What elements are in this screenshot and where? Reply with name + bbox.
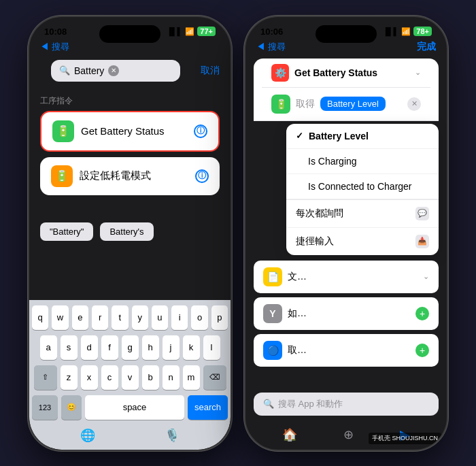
right-phone: 10:06 ▐▌▌ 📶 78+ ◀ 搜尋 完成 ⚙️ Get Battery S… xyxy=(244,16,448,451)
next-icon-1: 📄 xyxy=(263,267,282,286)
bottom-search-bar[interactable]: 🔍 搜尋 App 和動作 xyxy=(254,393,439,416)
key-h[interactable]: h xyxy=(142,335,159,360)
key-f[interactable]: f xyxy=(101,335,118,360)
next-icon-2: Y xyxy=(263,304,282,323)
cancel-button[interactable]: 取消 xyxy=(201,65,220,77)
action-label: 取得 xyxy=(296,98,315,110)
result-icon-1: 🔋 xyxy=(52,120,74,142)
next-row-3[interactable]: 🔵 取… + xyxy=(254,334,439,367)
globe-icon[interactable]: 🌐 xyxy=(80,428,95,443)
key-i[interactable]: i xyxy=(171,305,188,330)
key-r[interactable]: r xyxy=(92,305,108,330)
key-t[interactable]: t xyxy=(112,305,128,330)
time-left: 10:08 xyxy=(44,27,67,37)
dropdown-section-item-0[interactable]: 每次都詢問 💬 xyxy=(286,200,439,228)
result-label-2: 設定低耗電模式 xyxy=(80,169,188,182)
key-u[interactable]: u xyxy=(152,305,168,330)
next-label-3: 取… xyxy=(288,344,307,356)
key-c[interactable]: c xyxy=(101,365,118,390)
key-a[interactable]: a xyxy=(40,335,57,360)
key-j[interactable]: j xyxy=(163,335,180,360)
dropdown-item-2[interactable]: Is Connected to Charger xyxy=(286,174,439,199)
key-n[interactable]: n xyxy=(163,365,180,390)
next-label-2: 如… xyxy=(288,307,307,320)
search-row: 🔍 Battery ✕ 取消 xyxy=(40,56,220,86)
search-clear-button[interactable]: ✕ xyxy=(108,65,119,76)
next-icon-3: 🔵 xyxy=(263,341,282,360)
key-backspace[interactable]: ⌫ xyxy=(203,365,226,390)
battery-left: 77+ xyxy=(197,27,216,36)
bottom-search-placeholder: 搜尋 App 和動作 xyxy=(278,398,343,410)
battery-right: 78+ xyxy=(413,27,432,36)
key-b[interactable]: b xyxy=(142,365,159,390)
dropdown-item-1[interactable]: Is Charging xyxy=(286,149,439,174)
keyboard-row-2: a s d f g h j k l xyxy=(32,335,228,360)
key-x[interactable]: x xyxy=(81,365,98,390)
action-block: 🔋 取得 Battery Level ✕ xyxy=(262,88,430,120)
action-close-button[interactable]: ✕ xyxy=(407,97,421,111)
dropdown-item-label-2: Is Connected to Charger xyxy=(308,181,412,192)
keyboard-row-3: ⇧ z x c v b n m ⌫ xyxy=(32,365,228,390)
status-icons-right: ▐▌▌ 📶 78+ xyxy=(383,27,432,36)
result-item-2[interactable]: 🔋 設定低耗電模式 ⓘ xyxy=(40,157,220,195)
key-k[interactable]: k xyxy=(183,335,200,360)
back-button-right[interactable]: ◀ 搜尋 xyxy=(256,41,286,53)
section-label: 工序指令 xyxy=(29,86,231,111)
key-emoji[interactable]: 😊 xyxy=(61,395,82,420)
dropdown-menu: ✓ Battery Level Is Charging Is Connected… xyxy=(286,124,439,255)
key-z[interactable]: z xyxy=(61,365,78,390)
suggestion-1[interactable]: "Battery" xyxy=(40,222,93,241)
keyboard-row-1: q w e r t y u i o p xyxy=(32,305,228,330)
home-icon[interactable]: 🏠 xyxy=(282,427,297,442)
action-value-chip[interactable]: Battery Level xyxy=(320,97,386,111)
key-d[interactable]: d xyxy=(81,335,98,360)
dropdown-section-label-0: 每次都詢問 xyxy=(296,207,343,220)
dropdown-section-label-1: 捷徑輸入 xyxy=(296,235,334,248)
key-q[interactable]: q xyxy=(32,305,48,330)
search-key[interactable]: search xyxy=(188,395,228,420)
plus-button-2[interactable]: + xyxy=(415,307,429,320)
dropdown-item-0[interactable]: ✓ Battery Level xyxy=(286,124,439,149)
done-button[interactable]: 完成 xyxy=(417,41,436,53)
key-123[interactable]: 123 xyxy=(32,395,58,420)
chevron-down-icon[interactable]: ⌄ xyxy=(415,68,421,77)
key-v[interactable]: v xyxy=(122,365,139,390)
plus-button-3[interactable]: + xyxy=(415,344,429,357)
key-o[interactable]: o xyxy=(191,305,207,330)
dynamic-island-left xyxy=(99,25,160,43)
signal-right: ▐▌▌ xyxy=(383,27,398,35)
time-right: 10:06 xyxy=(260,27,283,37)
dropdown-section-item-1[interactable]: 捷徑輸入 📥 xyxy=(286,228,439,255)
keyboard: q w e r t y u i o p a s d f g h j k l xyxy=(29,300,231,450)
add-icon[interactable]: ⊕ xyxy=(343,427,354,442)
info-icon-1[interactable]: ⓘ xyxy=(194,124,207,138)
key-y[interactable]: y xyxy=(132,305,148,330)
back-button-left[interactable]: ◀ 搜尋 xyxy=(40,41,69,53)
key-space[interactable]: space xyxy=(85,395,184,420)
collapse-icon-1[interactable]: ⌄ xyxy=(423,272,429,281)
suggestion-2[interactable]: Battery's xyxy=(100,222,153,241)
key-m[interactable]: m xyxy=(183,365,200,390)
info-icon-2[interactable]: ⓘ xyxy=(195,169,209,183)
watermark: 手机壳 SHOUJISHU.CN xyxy=(369,433,441,444)
key-w[interactable]: w xyxy=(52,305,68,330)
next-row-2[interactable]: Y 如… + xyxy=(254,297,439,330)
key-e[interactable]: e xyxy=(72,305,88,330)
search-bar[interactable]: 🔍 Battery ✕ xyxy=(51,60,180,82)
shortcut-name: Get Battery Status xyxy=(294,67,409,78)
shortcut-header[interactable]: ⚙️ Get Battery Status ⌄ xyxy=(262,59,430,88)
search-value[interactable]: Battery xyxy=(74,65,104,76)
key-g[interactable]: g xyxy=(122,335,139,360)
dropdown-item-label-1: Is Charging xyxy=(308,156,357,167)
result-label-1: Get Battery Status xyxy=(81,125,187,137)
wifi-icon: 📶 xyxy=(185,27,194,36)
key-l[interactable]: l xyxy=(203,335,220,360)
result-item-1[interactable]: 🔋 Get Battery Status ⓘ xyxy=(40,111,220,152)
chat-icon: 💬 xyxy=(415,207,429,220)
key-shift[interactable]: ⇧ xyxy=(34,365,57,390)
dropdown-item-label-0: Battery Level xyxy=(309,131,369,142)
key-p[interactable]: p xyxy=(211,305,228,330)
next-row-1[interactable]: 📄 文… ⌄ xyxy=(254,261,439,293)
key-s[interactable]: s xyxy=(61,335,78,360)
mic-icon[interactable]: 🎙️ xyxy=(165,428,180,443)
